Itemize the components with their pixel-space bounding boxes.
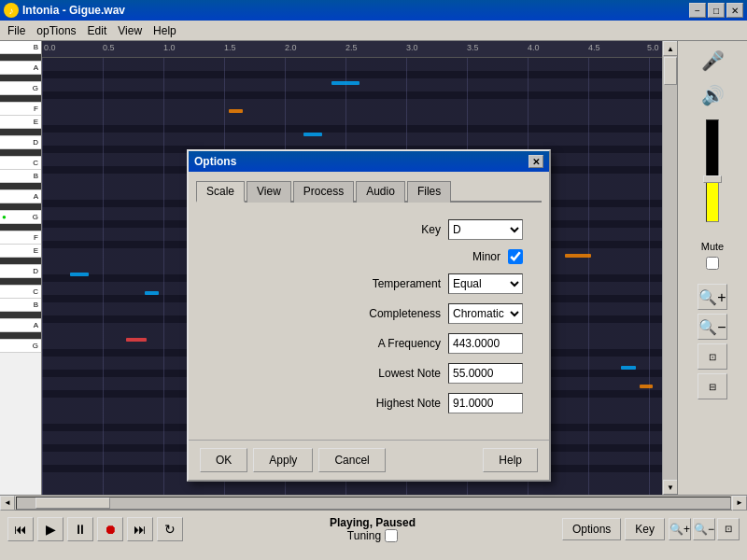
key-row: Key D C C# D# E F F# G G# A A# B (215, 219, 523, 240)
highest-row: Highest Note (215, 393, 523, 413)
dialog-close-button[interactable]: ✕ (529, 155, 543, 168)
afreq-label: A Frequency (347, 337, 441, 350)
dialog-overlay: Options ✕ Scale View Process Audio Files… (0, 0, 747, 560)
tab-view[interactable]: View (247, 181, 291, 203)
cancel-button[interactable]: Cancel (318, 448, 385, 472)
temperament-row: Temperament Equal Just Pythagorean Meant… (215, 273, 523, 294)
tab-bar: Scale View Process Audio Files (196, 179, 542, 203)
lowest-input[interactable] (448, 363, 523, 384)
apply-button[interactable]: Apply (253, 448, 313, 472)
key-select[interactable]: D C C# D# E F F# G G# A A# B (448, 219, 523, 240)
highest-label: Highest Note (347, 397, 441, 410)
tab-scale[interactable]: Scale (196, 181, 245, 203)
tab-process[interactable]: Process (293, 181, 354, 203)
completeness-select[interactable]: Chromatic Diatonic Pentatonic (448, 303, 523, 324)
completeness-label: Completeness (347, 307, 441, 320)
completeness-row: Completeness Chromatic Diatonic Pentaton… (215, 303, 523, 324)
key-label: Key (347, 223, 441, 236)
afreq-input[interactable] (448, 333, 523, 354)
dialog-buttons: OK Apply Cancel Help (189, 440, 549, 480)
tab-audio[interactable]: Audio (356, 181, 405, 203)
minor-label: Minor (407, 250, 500, 263)
lowest-row: Lowest Note (215, 363, 523, 384)
dialog-title-text: Options (194, 155, 236, 168)
form-content: Key D C C# D# E F F# G G# A A# B (196, 210, 542, 432)
minor-checkbox[interactable] (508, 249, 523, 264)
ok-button[interactable]: OK (200, 448, 247, 472)
highest-input[interactable] (448, 393, 523, 413)
dialog-body: Scale View Process Audio Files Key D C C… (189, 172, 549, 440)
dialog-title-bar: Options ✕ (189, 151, 549, 172)
temperament-select[interactable]: Equal Just Pythagorean Meantone (448, 273, 523, 294)
temperament-label: Temperament (347, 277, 441, 290)
options-dialog: Options ✕ Scale View Process Audio Files… (187, 149, 551, 482)
minor-row: Minor (215, 249, 523, 264)
help-button[interactable]: Help (483, 448, 538, 472)
lowest-label: Lowest Note (347, 367, 441, 380)
tab-files[interactable]: Files (407, 181, 451, 203)
afreq-row: A Frequency (215, 333, 523, 354)
